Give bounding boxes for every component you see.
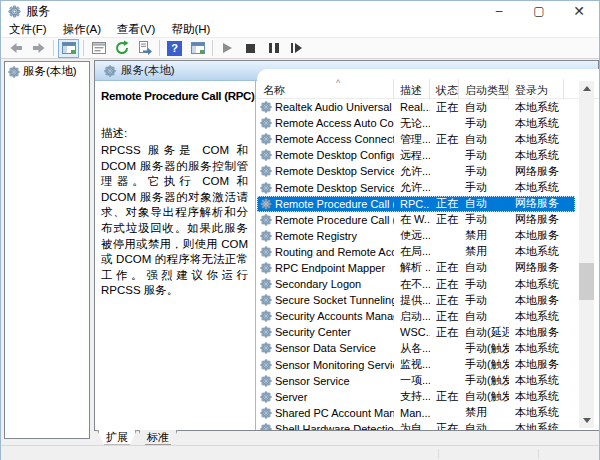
sort-ascending-icon: ^ <box>336 79 340 88</box>
column-header-status[interactable]: 状态 <box>430 79 459 99</box>
service-row[interactable]: Remote Registry使远...禁用本地服务 <box>257 228 575 244</box>
service-row[interactable]: Secure Socket Tunneling ...提供...正在...手动本… <box>257 292 575 308</box>
cell-text: 正在... <box>436 260 459 275</box>
service-row[interactable]: Sensor Data Service从各...手动(触发...本地系统 <box>257 340 575 356</box>
service-row[interactable]: Sensor Monitoring Service监视...手动(触发...本地… <box>257 357 575 373</box>
forward-icon[interactable] <box>28 39 49 58</box>
export-list-icon[interactable] <box>134 39 155 58</box>
service-gear-icon <box>260 326 272 338</box>
cell-text: 本地服务 <box>515 357 559 372</box>
cell-text: 自动 <box>465 132 487 147</box>
pause-service-icon[interactable] <box>263 39 284 58</box>
service-row[interactable]: RPC Endpoint Mapper解析 ...正在...自动网络服务 <box>257 260 575 276</box>
service-row[interactable]: Shell Hardware Detection为自...正在...自动本地系统 <box>257 421 575 430</box>
toolbar-separator <box>212 40 213 56</box>
column-header-logon-as[interactable]: 登录为 <box>509 79 564 99</box>
console-tree-panel: 服务(本地) <box>4 61 90 439</box>
service-row[interactable]: Remote Desktop Configu...远程...手动本地系统 <box>257 147 575 163</box>
toolbar: ? <box>1 37 599 59</box>
cell-text: 手动 <box>465 277 487 292</box>
tab-standard[interactable]: 标准 <box>138 430 178 445</box>
cell-text: 解析 ... <box>400 260 430 275</box>
cell-text: 一项... <box>400 373 430 388</box>
menu-file[interactable]: 文件(F) <box>1 21 55 38</box>
scroll-up-icon[interactable] <box>579 81 594 96</box>
service-row[interactable]: Realtek Audio Universal ...Real...正在...自… <box>257 99 575 115</box>
service-gear-icon <box>260 149 272 161</box>
tab-extended[interactable]: 扩展 <box>97 430 137 445</box>
service-gear-icon <box>260 165 272 177</box>
service-gear-icon <box>260 198 272 210</box>
cell-text: 正在... <box>436 309 459 324</box>
service-row[interactable]: Server支持...正在...自动(触发...本地系统 <box>257 389 575 405</box>
cell-text: Security Accounts Manag... <box>275 310 394 322</box>
cell-text: WSC... <box>400 326 430 338</box>
titlebar[interactable]: 服务 – ▢ ✕ <box>1 1 599 21</box>
service-row[interactable]: Sensor Service一项...手动(触发...本地系统 <box>257 373 575 389</box>
service-row[interactable]: Routing and Remote Acc...在局...禁用本地系统 <box>257 244 575 260</box>
stop-service-icon[interactable] <box>240 39 261 58</box>
cell-text: Secure Socket Tunneling ... <box>275 294 394 306</box>
toolbar-separator <box>83 40 84 56</box>
cell-text: 允许... <box>400 180 430 195</box>
scrollbar-thumb[interactable] <box>579 263 594 300</box>
start-service-icon[interactable] <box>217 39 238 58</box>
cell-text: Remote Registry <box>275 230 357 242</box>
column-header-description[interactable]: 描述 <box>394 79 430 99</box>
menu-view[interactable]: 查看(V) <box>109 21 163 38</box>
cell-text: Sensor Service <box>275 375 350 387</box>
show-console-tree-icon[interactable] <box>58 39 79 58</box>
service-row[interactable]: Remote Access Auto Con...无论...手动本地系统 <box>257 115 575 131</box>
close-button[interactable]: ✕ <box>559 1 599 21</box>
service-row[interactable]: Remote Access Connecti...管理...正在...自动本地系… <box>257 131 575 147</box>
column-header-startup-type[interactable]: 启动类型 <box>459 79 509 99</box>
refresh-icon[interactable] <box>111 39 132 58</box>
cell-text: 手动 <box>465 212 487 227</box>
column-header-name[interactable]: 名称 ^ <box>257 79 394 99</box>
service-gear-icon <box>260 342 272 354</box>
service-row[interactable]: Remote Desktop Services允许...手动网络服务 <box>257 163 575 179</box>
service-row[interactable]: Secondary Logon在不...正在...手动本地系统 <box>257 276 575 292</box>
menu-help[interactable]: 帮助(H) <box>163 21 218 38</box>
toolbar-separator <box>159 40 160 56</box>
help-icon[interactable]: ? <box>164 39 185 58</box>
cell-text: Secondary Logon <box>275 278 361 290</box>
scroll-down-icon[interactable] <box>579 413 594 428</box>
service-row[interactable]: Shared PC Account Mana...Man...禁用本地系统 <box>257 405 575 421</box>
tree-item-services-local[interactable]: 服务(本地) <box>5 62 89 81</box>
cell-text: 本地服务 <box>515 228 559 243</box>
service-row[interactable]: Remote Desktop Service...允许...手动本地系统 <box>257 179 575 195</box>
cell-text: RPC Endpoint Mapper <box>275 262 385 274</box>
cell-text: Sensor Monitoring Service <box>275 359 394 371</box>
minimize-button[interactable]: – <box>479 1 519 21</box>
selected-service-name: Remote Procedure Call (RPC) <box>101 90 248 102</box>
vertical-scrollbar[interactable] <box>579 81 594 428</box>
cell-text: 自动 <box>465 260 487 275</box>
service-gear-icon <box>260 101 272 113</box>
menu-action[interactable]: 操作(A) <box>55 21 109 38</box>
service-gear-icon <box>260 214 272 226</box>
cell-text: 禁用 <box>465 228 487 243</box>
cell-text: Remote Desktop Services <box>275 165 394 177</box>
restart-service-icon[interactable] <box>286 39 307 58</box>
cell-text: 远程... <box>400 148 430 163</box>
service-row[interactable]: Remote Procedure Call (...RPC...正在...自动网… <box>257 196 575 212</box>
cell-text: 本地服务 <box>515 293 559 308</box>
service-row[interactable]: Remote Procedure Call (...在 W...正在...手动网… <box>257 212 575 228</box>
toolbar-separator <box>53 40 54 56</box>
show-action-pane-icon[interactable] <box>187 39 208 58</box>
service-gear-icon <box>260 117 272 129</box>
services-gear-icon <box>8 5 21 18</box>
service-gear-icon <box>260 182 272 194</box>
properties-icon[interactable] <box>88 39 109 58</box>
maximize-button[interactable]: ▢ <box>519 1 559 21</box>
cell-text: 支持... <box>400 389 430 404</box>
service-row[interactable]: Security Accounts Manag...启动...正在...自动本地… <box>257 308 575 324</box>
cell-text: 禁用 <box>465 405 487 420</box>
cell-text: 正在... <box>436 132 459 147</box>
service-row[interactable]: Security CenterWSC...正在...自动(延迟...本地服务 <box>257 324 575 340</box>
services-gear-icon <box>8 66 20 78</box>
service-list-body: Realtek Audio Universal ...Real...正在...自… <box>257 99 599 430</box>
back-icon[interactable] <box>5 39 26 58</box>
cell-text: 网络服务 <box>515 260 559 275</box>
